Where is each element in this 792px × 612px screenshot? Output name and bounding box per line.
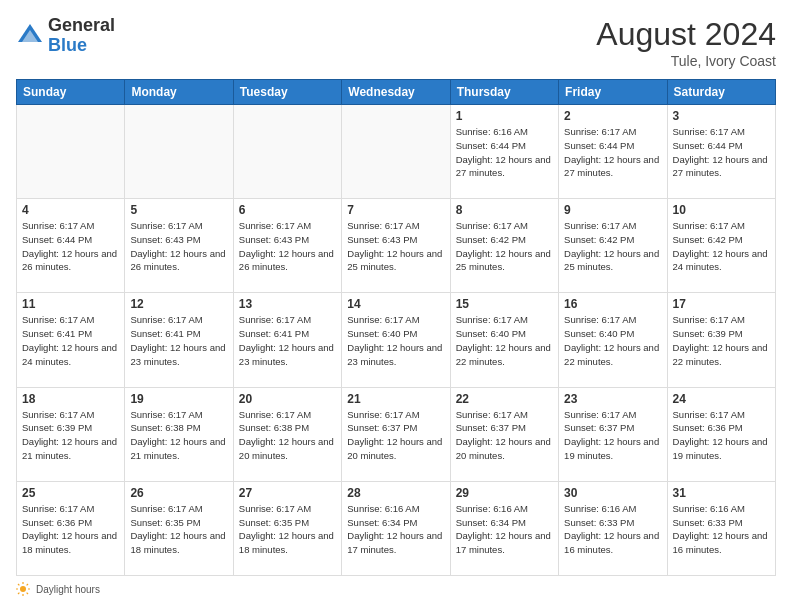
day-info: Sunrise: 6:16 AMSunset: 6:33 PMDaylight:… (673, 502, 770, 557)
header: General Blue August 2024 Tule, Ivory Coa… (16, 16, 776, 69)
svg-line-10 (18, 593, 19, 594)
calendar-header-tuesday: Tuesday (233, 80, 341, 105)
calendar-cell-day-13: 13Sunrise: 6:17 AMSunset: 6:41 PMDayligh… (233, 293, 341, 387)
calendar-cell-day-17: 17Sunrise: 6:17 AMSunset: 6:39 PMDayligh… (667, 293, 775, 387)
logo-icon (16, 22, 44, 50)
location: Tule, Ivory Coast (596, 53, 776, 69)
day-number: 31 (673, 486, 770, 500)
calendar-cell-day-16: 16Sunrise: 6:17 AMSunset: 6:40 PMDayligh… (559, 293, 667, 387)
day-number: 13 (239, 297, 336, 311)
calendar-cell-day-31: 31Sunrise: 6:16 AMSunset: 6:33 PMDayligh… (667, 481, 775, 575)
calendar-header-friday: Friday (559, 80, 667, 105)
calendar-week-5: 25Sunrise: 6:17 AMSunset: 6:36 PMDayligh… (17, 481, 776, 575)
day-number: 4 (22, 203, 119, 217)
calendar-cell-empty (17, 105, 125, 199)
day-info: Sunrise: 6:17 AMSunset: 6:44 PMDaylight:… (673, 125, 770, 180)
svg-point-2 (20, 586, 26, 592)
svg-line-8 (27, 593, 28, 594)
day-number: 25 (22, 486, 119, 500)
day-info: Sunrise: 6:17 AMSunset: 6:35 PMDaylight:… (239, 502, 336, 557)
day-number: 6 (239, 203, 336, 217)
calendar-cell-day-28: 28Sunrise: 6:16 AMSunset: 6:34 PMDayligh… (342, 481, 450, 575)
day-number: 15 (456, 297, 553, 311)
day-info: Sunrise: 6:17 AMSunset: 6:36 PMDaylight:… (673, 408, 770, 463)
day-info: Sunrise: 6:17 AMSunset: 6:39 PMDaylight:… (22, 408, 119, 463)
calendar-cell-empty (233, 105, 341, 199)
day-number: 8 (456, 203, 553, 217)
calendar-cell-day-29: 29Sunrise: 6:16 AMSunset: 6:34 PMDayligh… (450, 481, 558, 575)
day-number: 23 (564, 392, 661, 406)
calendar-cell-day-27: 27Sunrise: 6:17 AMSunset: 6:35 PMDayligh… (233, 481, 341, 575)
day-info: Sunrise: 6:16 AMSunset: 6:33 PMDaylight:… (564, 502, 661, 557)
calendar-cell-day-8: 8Sunrise: 6:17 AMSunset: 6:42 PMDaylight… (450, 199, 558, 293)
day-number: 7 (347, 203, 444, 217)
day-info: Sunrise: 6:17 AMSunset: 6:42 PMDaylight:… (456, 219, 553, 274)
calendar-cell-day-2: 2Sunrise: 6:17 AMSunset: 6:44 PMDaylight… (559, 105, 667, 199)
day-info: Sunrise: 6:17 AMSunset: 6:39 PMDaylight:… (673, 313, 770, 368)
logo-general: General (48, 16, 115, 36)
logo: General Blue (16, 16, 115, 56)
day-info: Sunrise: 6:17 AMSunset: 6:40 PMDaylight:… (564, 313, 661, 368)
day-number: 16 (564, 297, 661, 311)
calendar-week-2: 4Sunrise: 6:17 AMSunset: 6:44 PMDaylight… (17, 199, 776, 293)
day-info: Sunrise: 6:17 AMSunset: 6:37 PMDaylight:… (347, 408, 444, 463)
calendar-header-sunday: Sunday (17, 80, 125, 105)
calendar-cell-day-15: 15Sunrise: 6:17 AMSunset: 6:40 PMDayligh… (450, 293, 558, 387)
month-year: August 2024 (596, 16, 776, 53)
calendar-cell-empty (125, 105, 233, 199)
day-info: Sunrise: 6:17 AMSunset: 6:42 PMDaylight:… (564, 219, 661, 274)
calendar-header-monday: Monday (125, 80, 233, 105)
calendar-cell-day-6: 6Sunrise: 6:17 AMSunset: 6:43 PMDaylight… (233, 199, 341, 293)
calendar-cell-day-3: 3Sunrise: 6:17 AMSunset: 6:44 PMDaylight… (667, 105, 775, 199)
calendar-cell-day-26: 26Sunrise: 6:17 AMSunset: 6:35 PMDayligh… (125, 481, 233, 575)
calendar-cell-day-24: 24Sunrise: 6:17 AMSunset: 6:36 PMDayligh… (667, 387, 775, 481)
day-number: 10 (673, 203, 770, 217)
day-info: Sunrise: 6:17 AMSunset: 6:44 PMDaylight:… (564, 125, 661, 180)
calendar-header-saturday: Saturday (667, 80, 775, 105)
day-number: 19 (130, 392, 227, 406)
day-info: Sunrise: 6:17 AMSunset: 6:41 PMDaylight:… (130, 313, 227, 368)
calendar-week-3: 11Sunrise: 6:17 AMSunset: 6:41 PMDayligh… (17, 293, 776, 387)
day-number: 28 (347, 486, 444, 500)
day-info: Sunrise: 6:16 AMSunset: 6:44 PMDaylight:… (456, 125, 553, 180)
day-number: 5 (130, 203, 227, 217)
day-number: 26 (130, 486, 227, 500)
calendar-cell-day-7: 7Sunrise: 6:17 AMSunset: 6:43 PMDaylight… (342, 199, 450, 293)
calendar-cell-day-25: 25Sunrise: 6:17 AMSunset: 6:36 PMDayligh… (17, 481, 125, 575)
calendar-cell-day-11: 11Sunrise: 6:17 AMSunset: 6:41 PMDayligh… (17, 293, 125, 387)
day-info: Sunrise: 6:16 AMSunset: 6:34 PMDaylight:… (347, 502, 444, 557)
day-number: 17 (673, 297, 770, 311)
day-number: 24 (673, 392, 770, 406)
calendar-table: SundayMondayTuesdayWednesdayThursdayFrid… (16, 79, 776, 576)
calendar-cell-day-21: 21Sunrise: 6:17 AMSunset: 6:37 PMDayligh… (342, 387, 450, 481)
day-info: Sunrise: 6:17 AMSunset: 6:43 PMDaylight:… (239, 219, 336, 274)
day-number: 9 (564, 203, 661, 217)
day-number: 27 (239, 486, 336, 500)
calendar-cell-day-20: 20Sunrise: 6:17 AMSunset: 6:38 PMDayligh… (233, 387, 341, 481)
day-info: Sunrise: 6:17 AMSunset: 6:38 PMDaylight:… (130, 408, 227, 463)
calendar-cell-day-22: 22Sunrise: 6:17 AMSunset: 6:37 PMDayligh… (450, 387, 558, 481)
day-number: 2 (564, 109, 661, 123)
day-info: Sunrise: 6:17 AMSunset: 6:36 PMDaylight:… (22, 502, 119, 557)
day-info: Sunrise: 6:17 AMSunset: 6:35 PMDaylight:… (130, 502, 227, 557)
sun-icon (16, 582, 30, 596)
calendar-header-thursday: Thursday (450, 80, 558, 105)
daylight-hours-label: Daylight hours (36, 584, 100, 595)
logo-blue: Blue (48, 36, 115, 56)
day-info: Sunrise: 6:17 AMSunset: 6:41 PMDaylight:… (239, 313, 336, 368)
day-number: 11 (22, 297, 119, 311)
svg-line-9 (27, 584, 28, 585)
day-info: Sunrise: 6:16 AMSunset: 6:34 PMDaylight:… (456, 502, 553, 557)
day-info: Sunrise: 6:17 AMSunset: 6:38 PMDaylight:… (239, 408, 336, 463)
calendar-week-4: 18Sunrise: 6:17 AMSunset: 6:39 PMDayligh… (17, 387, 776, 481)
day-number: 30 (564, 486, 661, 500)
calendar-cell-day-12: 12Sunrise: 6:17 AMSunset: 6:41 PMDayligh… (125, 293, 233, 387)
day-info: Sunrise: 6:17 AMSunset: 6:42 PMDaylight:… (673, 219, 770, 274)
day-info: Sunrise: 6:17 AMSunset: 6:43 PMDaylight:… (347, 219, 444, 274)
day-number: 1 (456, 109, 553, 123)
day-number: 21 (347, 392, 444, 406)
day-info: Sunrise: 6:17 AMSunset: 6:44 PMDaylight:… (22, 219, 119, 274)
calendar-header-wednesday: Wednesday (342, 80, 450, 105)
calendar-cell-day-23: 23Sunrise: 6:17 AMSunset: 6:37 PMDayligh… (559, 387, 667, 481)
day-number: 18 (22, 392, 119, 406)
